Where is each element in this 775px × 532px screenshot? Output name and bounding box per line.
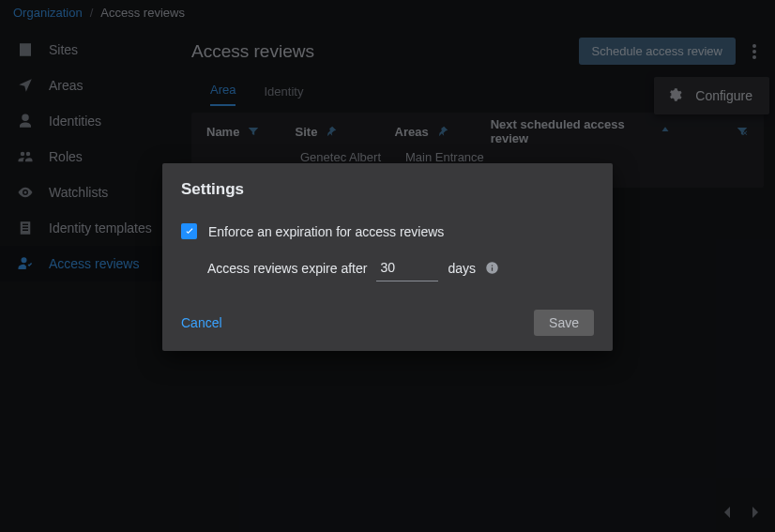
settings-dialog: Settings Enforce an expiration for acces… xyxy=(162,163,613,351)
info-icon[interactable] xyxy=(485,261,499,275)
enforce-expiration-label: Enforce an expiration for access reviews xyxy=(208,224,444,239)
expire-days-input[interactable] xyxy=(376,254,438,281)
dialog-title: Settings xyxy=(181,180,594,199)
enforce-expiration-checkbox[interactable] xyxy=(181,223,197,239)
cancel-button[interactable]: Cancel xyxy=(181,315,222,330)
expire-prefix-label: Access reviews expire after xyxy=(207,261,367,276)
save-button[interactable]: Save xyxy=(534,310,594,336)
expire-suffix-label: days xyxy=(448,261,476,276)
